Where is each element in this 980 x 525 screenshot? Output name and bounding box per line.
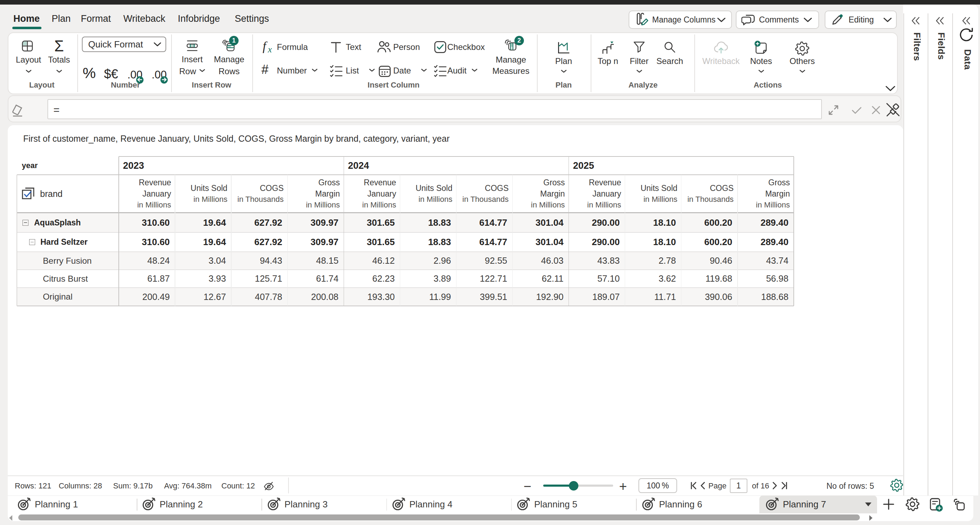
svg-text:x: x <box>267 44 272 54</box>
svg-text:f: f <box>263 39 268 53</box>
